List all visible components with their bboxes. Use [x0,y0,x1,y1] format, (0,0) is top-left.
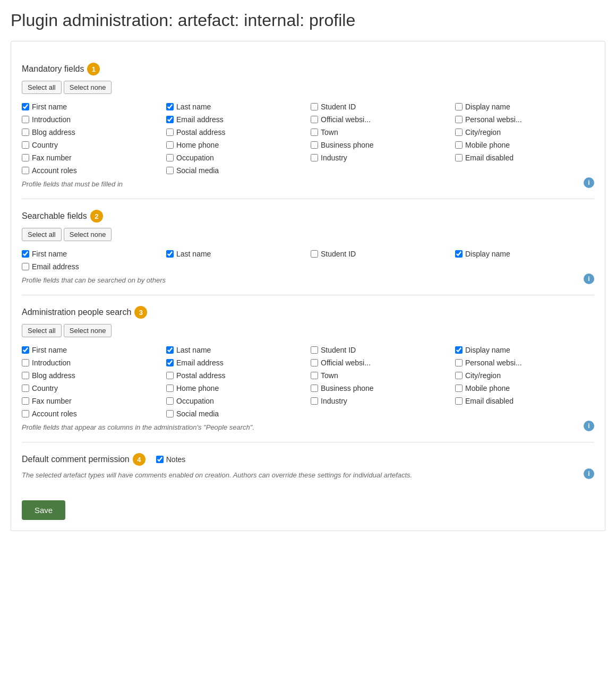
list-item[interactable]: Fax number [22,397,161,405]
field-checkbox[interactable] [455,397,463,405]
list-item[interactable]: Industry [311,397,450,405]
list-item[interactable]: Last name [166,250,305,258]
list-item[interactable]: Town [311,371,450,380]
field-checkbox[interactable] [22,129,29,136]
field-checkbox[interactable] [455,141,463,149]
field-checkbox[interactable] [311,359,318,366]
list-item[interactable]: Personal websi... [455,115,594,124]
field-checkbox[interactable] [166,116,174,123]
list-item[interactable]: Town [311,128,450,136]
mandatory-info-icon[interactable]: i [584,177,594,188]
field-checkbox[interactable] [166,359,174,366]
field-checkbox[interactable] [22,167,29,174]
list-item[interactable]: Display name [455,250,594,258]
field-checkbox[interactable] [455,372,463,379]
field-checkbox[interactable] [166,129,174,136]
list-item[interactable]: Official websi... [311,115,450,124]
list-item[interactable]: Student ID [311,103,450,111]
field-checkbox[interactable] [22,154,29,161]
field-checkbox[interactable] [455,385,463,392]
list-item[interactable]: Introduction [22,115,161,124]
field-checkbox[interactable] [22,250,29,258]
list-item[interactable]: Introduction [22,358,161,367]
list-item[interactable]: Blog address [22,371,161,380]
field-checkbox[interactable] [166,154,174,161]
field-checkbox[interactable] [166,385,174,392]
list-item[interactable]: Student ID [311,346,450,354]
list-item[interactable]: Personal websi... [455,358,594,367]
field-checkbox[interactable] [166,103,174,110]
list-item[interactable]: Country [22,141,161,149]
list-item[interactable]: Home phone [166,141,305,149]
list-item[interactable]: Occupation [166,153,305,162]
list-item[interactable]: Occupation [166,397,305,405]
notes-checkbox-label[interactable]: Notes [156,455,186,464]
field-checkbox[interactable] [311,385,318,392]
notes-checkbox[interactable] [156,456,164,463]
list-item[interactable]: Email disabled [455,397,594,405]
list-item[interactable]: Social media [166,409,305,418]
field-checkbox[interactable] [311,346,318,354]
field-checkbox[interactable] [166,397,174,405]
field-checkbox[interactable] [166,372,174,379]
list-item[interactable]: First name [22,103,161,111]
field-checkbox[interactable] [22,385,29,392]
searchable-select-all[interactable]: Select all [22,228,62,241]
list-item[interactable]: Last name [166,103,305,111]
list-item[interactable]: Mobile phone [455,141,594,149]
list-item[interactable]: Business phone [311,384,450,392]
list-item[interactable]: Student ID [311,250,450,258]
field-checkbox[interactable] [22,263,29,270]
field-checkbox[interactable] [166,346,174,354]
list-item[interactable]: Business phone [311,141,450,149]
field-checkbox[interactable] [455,154,463,161]
searchable-info-icon[interactable]: i [584,274,594,284]
list-item[interactable]: Display name [455,103,594,111]
field-checkbox[interactable] [311,154,318,161]
field-checkbox[interactable] [22,141,29,149]
field-checkbox[interactable] [22,372,29,379]
field-checkbox[interactable] [166,167,174,174]
list-item[interactable]: Email address [166,358,305,367]
list-item[interactable]: Email address [22,262,161,271]
field-checkbox[interactable] [22,410,29,417]
field-checkbox[interactable] [22,103,29,110]
list-item[interactable]: Fax number [22,153,161,162]
field-checkbox[interactable] [22,116,29,123]
list-item[interactable]: City/region [455,128,594,136]
field-checkbox[interactable] [22,359,29,366]
mandatory-select-all[interactable]: Select all [22,81,62,94]
field-checkbox[interactable] [311,397,318,405]
field-checkbox[interactable] [311,372,318,379]
field-checkbox[interactable] [311,103,318,110]
field-checkbox[interactable] [455,103,463,110]
admin-select-all[interactable]: Select all [22,324,62,337]
list-item[interactable]: Email address [166,115,305,124]
field-checkbox[interactable] [166,410,174,417]
field-checkbox[interactable] [166,141,174,149]
field-checkbox[interactable] [311,141,318,149]
field-checkbox[interactable] [455,116,463,123]
list-item[interactable]: Official websi... [311,358,450,367]
list-item[interactable]: Postal address [166,128,305,136]
field-checkbox[interactable] [455,250,463,258]
list-item[interactable]: Mobile phone [455,384,594,392]
list-item[interactable]: Home phone [166,384,305,392]
admin-info-icon[interactable]: i [584,421,594,431]
list-item[interactable]: Display name [455,346,594,354]
list-item[interactable]: Account roles [22,166,161,175]
field-checkbox[interactable] [455,359,463,366]
field-checkbox[interactable] [455,129,463,136]
field-checkbox[interactable] [22,397,29,405]
field-checkbox[interactable] [311,129,318,136]
searchable-select-none[interactable]: Select none [64,228,112,241]
field-checkbox[interactable] [455,346,463,354]
comment-info-icon[interactable]: i [584,468,594,479]
list-item[interactable]: City/region [455,371,594,380]
field-checkbox[interactable] [311,116,318,123]
list-item[interactable]: Account roles [22,409,161,418]
save-button[interactable]: Save [22,500,65,520]
list-item[interactable]: First name [22,346,161,354]
list-item[interactable]: Last name [166,346,305,354]
field-checkbox[interactable] [22,346,29,354]
